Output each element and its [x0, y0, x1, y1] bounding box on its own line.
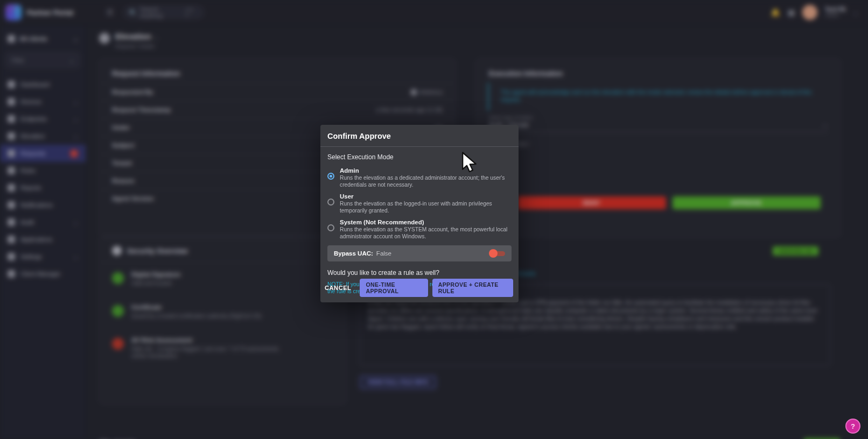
- org-label: All clients: [19, 36, 47, 42]
- security-overview-header: Security Overview: [100, 237, 345, 263]
- confirm-approve-dialog: Confirm Approve Select Execution Mode Ad…: [320, 125, 519, 302]
- user-menu-chevron-icon[interactable]: ⌄: [853, 9, 858, 16]
- sidebar-item-label: Requests: [20, 150, 45, 157]
- execution-mode-label: Select Execution Mode: [327, 153, 512, 161]
- bell-icon[interactable]: 🔔: [771, 8, 780, 17]
- sidebar-item-reports[interactable]: Reports: [0, 179, 86, 196]
- sidebar-item-label: Elevation: [20, 133, 45, 139]
- search-placeholder: Search anything: [140, 6, 182, 19]
- comments-field[interactable]: Comments (opt.): [489, 141, 828, 147]
- bypass-uac-row: Bypass UAC: False: [327, 245, 512, 261]
- org-icon: [8, 35, 15, 43]
- nav-item-icon: [8, 253, 15, 260]
- option-label: User: [340, 193, 508, 200]
- user-name: Tech PA: [825, 6, 846, 12]
- sidebar-item-applications[interactable]: Applications: [0, 231, 86, 248]
- sidebar-item-audit[interactable]: Audit⌄: [0, 214, 86, 231]
- description-text: In this our expert AV products line of o…: [368, 299, 822, 331]
- chevron-down-icon: ⌄: [73, 253, 78, 260]
- decision-buttons: DENY APPROVE: [517, 196, 821, 209]
- sidebar-item-requests[interactable]: Requests1: [0, 145, 86, 162]
- security-item: CertificateIssued by a trusted certifica…: [100, 295, 345, 328]
- user-role: Admin: [825, 12, 846, 18]
- execution-note: The agent will acknowledge and run the e…: [488, 83, 839, 111]
- rule-type-select[interactable]: Audit + Elevate ⌄: [489, 122, 828, 132]
- chevron-down-icon: ⌄: [823, 122, 828, 129]
- row-value: a few seconds ago (1:18): [376, 107, 443, 113]
- sidebar-item-label: Reports: [20, 185, 41, 191]
- one-time-approval-button[interactable]: ONE-TIME APPROVAL: [360, 279, 428, 297]
- sidebar-collapse-icon[interactable]: ☰: [107, 8, 114, 17]
- row-label: Tenant: [112, 160, 132, 166]
- chevron-down-icon: ⌄: [69, 57, 74, 64]
- nav-item-icon: [8, 201, 15, 209]
- sidebar-item-devices[interactable]: Devices⌄: [0, 93, 86, 110]
- global-search-input[interactable]: 🔍 Search anything Ctrl K: [123, 5, 204, 19]
- shield-icon: [411, 89, 417, 95]
- radio-button[interactable]: [327, 173, 334, 180]
- view-file-info-button[interactable]: VIEW FULL FILE INFO: [360, 376, 436, 389]
- request-info-row: Request Timestampa few seconds ago (1:18…: [100, 101, 454, 118]
- row-label: Under: [112, 124, 130, 131]
- sidebar-item-elevation[interactable]: Elevation⌄: [0, 128, 86, 145]
- search-shortcut: Ctrl K: [186, 7, 198, 18]
- bypass-uac-value: False: [376, 250, 391, 257]
- sidebar-item-label: Devices: [20, 98, 41, 105]
- chevron-down-icon[interactable]: ⌄: [153, 34, 158, 40]
- execution-mode-option-user[interactable]: UserRuns the elevation as the logged-in …: [327, 193, 512, 214]
- sidebar-filter-input[interactable]: Filter ⌄: [5, 52, 80, 68]
- help-button[interactable]: ?: [845, 419, 860, 434]
- security-item-desc: High risk - 3 engines flagged. Last scan…: [131, 345, 293, 359]
- sidebar-item-label: Applications: [20, 236, 52, 243]
- dialog-actions: CANCEL ONE-TIME APPROVAL APPROVE + CREAT…: [320, 279, 513, 297]
- bypass-uac-label: Bypass UAC:: [334, 250, 373, 257]
- nav-item-icon: [8, 115, 15, 123]
- app-window: Partner Portal ☰ 🔍 Search anything Ctrl …: [0, 0, 868, 439]
- execution-mode-options: AdminRuns the elevation as a dedicated a…: [327, 167, 512, 240]
- sidebar-item-label: Client Manager: [20, 271, 61, 277]
- radio-button[interactable]: [327, 199, 334, 206]
- row-label: Request Timestamp: [112, 107, 171, 113]
- row-label: Agent Version: [112, 195, 153, 202]
- bypass-uac-toggle[interactable]: [489, 249, 505, 258]
- avatar[interactable]: [802, 5, 817, 20]
- sidebar-item-rules[interactable]: Rules: [0, 162, 86, 179]
- option-description: Runs the elevation as the SYSTEM account…: [340, 226, 508, 240]
- sidebar-item-dashboard[interactable]: Dashboard: [0, 76, 86, 93]
- apps-grid-icon[interactable]: ▦: [788, 8, 795, 17]
- nav-item-icon: [8, 218, 15, 226]
- status-dot-icon: [112, 338, 124, 350]
- radio-button[interactable]: [327, 224, 334, 231]
- sidebar-item-client-manager[interactable]: Client Manager: [0, 265, 86, 282]
- filter-placeholder: Filter: [11, 57, 24, 63]
- chevron-down-icon: ⌄: [73, 98, 78, 105]
- mouse-cursor: [461, 152, 480, 173]
- page-header: Elevation ⌄ Requests / Details: [86, 25, 868, 49]
- row-label: Requested By: [112, 89, 153, 95]
- sidebar-item-settings[interactable]: Settings⌄: [0, 248, 86, 265]
- execution-mode-option-system[interactable]: System (Not Recommended)Runs the elevati…: [327, 219, 512, 240]
- security-overview-card: Security Overview Digital SignatureValid…: [100, 237, 346, 403]
- org-selector[interactable]: All clients ⌄: [0, 32, 86, 46]
- sidebar-item-notifications[interactable]: Notifications: [0, 196, 86, 214]
- approve-button[interactable]: APPROVE: [673, 196, 821, 209]
- chevron-down-icon: ⌄: [73, 219, 78, 226]
- execution-mode-option-admin[interactable]: AdminRuns the elevation as a dedicated a…: [327, 167, 512, 188]
- sidebar-item-label: Notifications: [20, 202, 53, 208]
- nav-item-icon: [8, 270, 15, 278]
- nav-item-icon: [8, 81, 15, 88]
- chevron-down-icon: ⌄: [73, 116, 78, 123]
- option-description: Runs the elevation as the logged-in user…: [340, 201, 508, 214]
- page-icon: [99, 33, 110, 44]
- deny-button[interactable]: DENY: [517, 196, 666, 209]
- sidebar-item-label: Endpoints: [20, 116, 47, 122]
- brand-title: Partner Portal: [27, 9, 92, 17]
- security-item-title: AV Risk Assessment: [131, 337, 293, 343]
- security-item-desc: Issued by a trusted certification author…: [131, 313, 261, 320]
- approve-create-rule-button[interactable]: APPROVE + CREATE RULE: [432, 279, 513, 297]
- execution-info-card: Execution Information The agent will ack…: [477, 59, 840, 237]
- request-info-title: Request Information: [100, 60, 454, 83]
- cancel-button[interactable]: CANCEL: [320, 282, 355, 293]
- sidebar-item-endpoints[interactable]: Endpoints⌄: [0, 110, 86, 128]
- security-item: Digital SignatureValid and trusted: [100, 263, 345, 295]
